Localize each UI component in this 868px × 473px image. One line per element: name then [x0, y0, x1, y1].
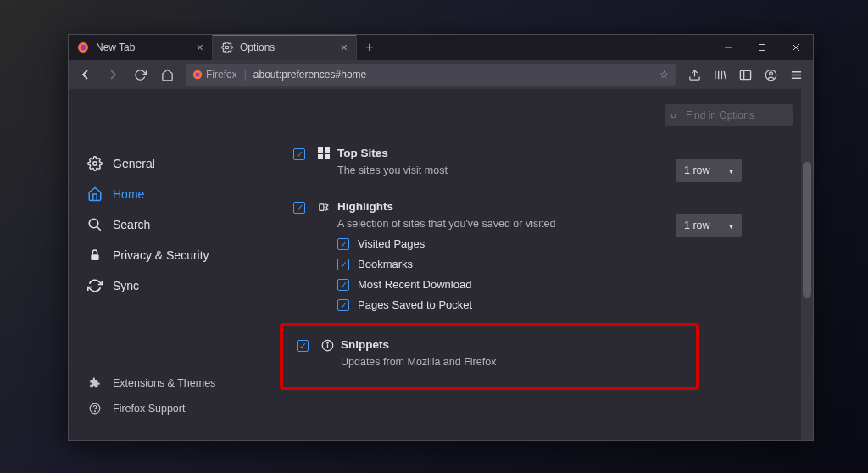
sidebar-item-label: Firefox Support [113, 403, 185, 415]
svg-point-34 [326, 342, 327, 342]
url-text: about:preferences#home [253, 69, 366, 81]
checkbox-snippets[interactable] [297, 340, 309, 352]
svg-rect-29 [318, 154, 323, 159]
sidebar-item-extensions[interactable]: Extensions & Themes [84, 370, 234, 396]
browser-window: New Tab × Options × + [68, 34, 814, 441]
url-bar[interactable]: Firefox | about:preferences#home ☆ [186, 64, 676, 86]
sidebar-item-label: Search [113, 218, 150, 231]
sidebar-toggle-icon[interactable] [733, 63, 757, 86]
highlights-icon [317, 200, 331, 214]
svg-rect-28 [325, 147, 330, 153]
window-controls [711, 35, 813, 60]
find-input[interactable] [665, 104, 793, 126]
checkbox-pocket[interactable]: Pages Saved to Pocket [337, 298, 793, 311]
gear-icon [87, 156, 103, 171]
sidebar-item-sync[interactable]: Sync [84, 270, 234, 301]
checkbox-visited-pages[interactable]: Visited Pages [337, 236, 793, 250]
checkbox-bookmarks[interactable]: Bookmarks [337, 257, 793, 270]
search-icon: ⌕ [670, 109, 676, 120]
lock-icon [87, 248, 103, 262]
tab-label: New Tab [96, 42, 135, 53]
search-icon [87, 217, 103, 232]
checkbox[interactable] [337, 259, 349, 270]
bookmark-star-icon[interactable]: ☆ [659, 69, 669, 81]
tab-label: Options [240, 42, 275, 53]
svg-point-8 [195, 72, 199, 76]
close-window-button[interactable] [779, 35, 813, 60]
forward-button[interactable] [101, 63, 125, 86]
gear-icon [221, 42, 233, 53]
reload-button[interactable] [128, 63, 152, 86]
scrollbar[interactable] [801, 89, 813, 440]
help-icon [87, 403, 103, 415]
close-icon[interactable]: × [341, 41, 348, 54]
chevron-down-icon: ▾ [729, 166, 733, 175]
scrollbar-thumb[interactable] [803, 162, 811, 298]
svg-point-21 [93, 162, 97, 166]
sidebar-item-general[interactable]: General [84, 148, 234, 179]
home-button[interactable] [155, 63, 179, 86]
snippets-desc: Updates from Mozilla and Firefox [341, 356, 696, 368]
chevron-down-icon: ▾ [729, 221, 733, 231]
library-icon[interactable] [708, 63, 732, 86]
tab-options[interactable]: Options × [213, 35, 357, 60]
dropdown-value: 1 row [684, 164, 710, 176]
checkbox[interactable] [337, 238, 349, 250]
annotation-highlight: Snippets Updates from Mozilla and Firefo… [280, 323, 699, 390]
maximize-button[interactable] [745, 35, 779, 60]
svg-line-23 [97, 226, 101, 231]
find-in-options: ⌕ [665, 104, 793, 126]
sidebar-item-label: Sync [113, 279, 139, 292]
svg-rect-14 [740, 70, 750, 79]
grid-icon [317, 147, 331, 160]
highlights-title: Highlights [337, 200, 793, 213]
categories-sidebar: General Home Search Privacy & Security [69, 89, 234, 440]
svg-rect-31 [319, 203, 323, 210]
menu-button[interactable] [784, 63, 808, 86]
puzzle-icon [87, 377, 103, 389]
svg-line-13 [724, 70, 726, 78]
svg-rect-30 [325, 154, 330, 159]
sidebar-item-privacy[interactable]: Privacy & Security [84, 240, 234, 270]
svg-point-26 [95, 411, 96, 412]
svg-point-2 [225, 46, 229, 49]
sync-icon [87, 278, 103, 293]
svg-rect-4 [760, 45, 765, 51]
checkbox-highlights[interactable] [293, 202, 305, 214]
sub-item-label: Visited Pages [358, 237, 425, 250]
minimize-button[interactable] [711, 35, 745, 60]
svg-point-17 [769, 71, 772, 75]
preferences-content: General Home Search Privacy & Security [69, 89, 813, 440]
sidebar-item-label: Home [113, 187, 144, 201]
identity-box[interactable]: Firefox [192, 69, 237, 81]
checkbox-recent-download[interactable]: Most Recent Download [337, 277, 793, 291]
top-sites-rows-select[interactable]: 1 row ▾ [676, 159, 742, 182]
sub-item-label: Bookmarks [358, 258, 413, 270]
highlights-rows-select[interactable]: 1 row ▾ [676, 214, 742, 237]
sidebar-item-support[interactable]: Firefox Support [84, 396, 234, 421]
nav-toolbar: Firefox | about:preferences#home ☆ [69, 60, 813, 89]
sub-item-label: Most Recent Download [358, 278, 471, 291]
checkbox-top-sites[interactable] [293, 148, 305, 160]
svg-point-1 [81, 45, 86, 50]
account-icon[interactable] [759, 63, 782, 86]
svg-rect-24 [91, 254, 98, 260]
svg-rect-27 [318, 147, 323, 153]
svg-point-22 [89, 219, 98, 228]
tab-new-tab[interactable]: New Tab × [69, 35, 213, 60]
home-icon [87, 186, 103, 202]
tab-strip: New Tab × Options × + [69, 35, 711, 60]
info-icon [320, 338, 334, 352]
save-to-pocket-icon[interactable] [682, 63, 706, 86]
checkbox[interactable] [337, 279, 349, 291]
sidebar-item-label: Privacy & Security [113, 248, 209, 262]
sidebar-item-search[interactable]: Search [84, 209, 234, 240]
close-icon[interactable]: × [197, 41, 203, 54]
snippets-title: Snippets [341, 338, 696, 351]
firefox-icon [77, 42, 89, 53]
new-tab-button[interactable]: + [357, 35, 382, 60]
checkbox[interactable] [337, 299, 349, 311]
back-button[interactable] [74, 63, 97, 86]
sidebar-item-home[interactable]: Home [84, 179, 234, 209]
sidebar-item-label: Extensions & Themes [113, 377, 215, 389]
